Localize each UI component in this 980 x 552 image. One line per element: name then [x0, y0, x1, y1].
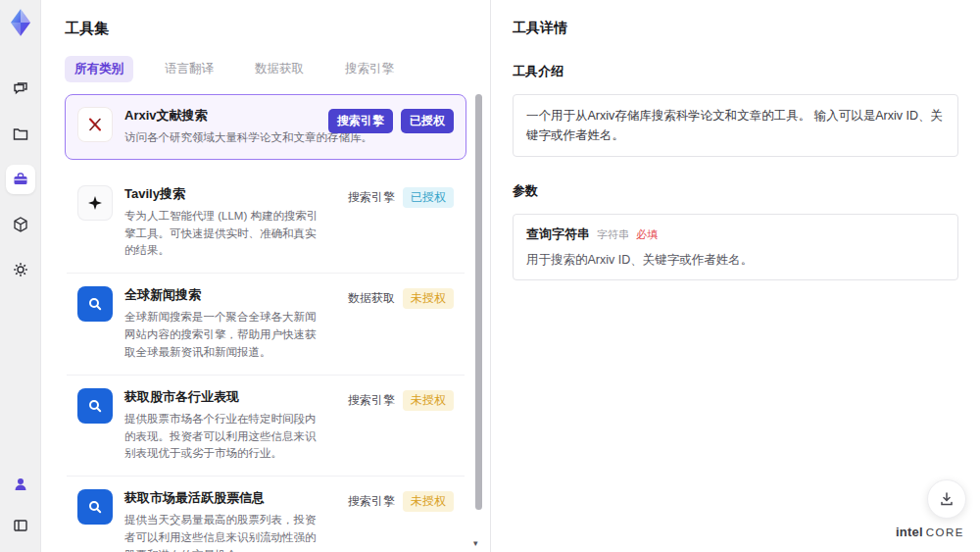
scrollbar: ▾ [475, 84, 482, 546]
star-icon [77, 185, 113, 221]
toolbox-icon[interactable] [6, 165, 35, 194]
arxiv-icon [77, 107, 113, 142]
intro-box: 一个用于从Arxiv存储库搜索科学论文和文章的工具。 输入可以是Arxiv ID… [513, 94, 958, 157]
param-box: 查询字符串 字符串 必填 用于搜索的Arxiv ID、关键字或作者姓名。 [513, 214, 958, 280]
category-tabs: 所有类别 语言翻译 数据获取 搜索引擎 [65, 56, 466, 82]
tool-card-global-news[interactable]: 全球新闻搜索 全球新闻搜索是一个聚合全球各大新闻网站内容的搜索引擎，帮助用户快速… [65, 274, 466, 374]
tab-data-fetch[interactable]: 数据获取 [245, 56, 314, 82]
tool-card-sector-performance[interactable]: 获取股市各行业表现 提供股票市场各个行业在特定时间段内的表现。投资者可以利用这些… [65, 376, 466, 476]
detail-panel: 工具详情 工具介绍 一个用于从Arxiv存储库搜索科学论文和文章的工具。 输入可… [490, 0, 980, 552]
panel-toggle-icon[interactable] [6, 511, 35, 540]
tool-name: Tavily搜索 [124, 185, 326, 203]
chat-icon[interactable] [6, 75, 35, 104]
folder-icon[interactable] [6, 120, 35, 149]
status-badge-unauthorized[interactable]: 未授权 [403, 491, 454, 512]
tab-search-engine[interactable]: 搜索引擎 [335, 56, 404, 82]
tool-description: 提供当天交易量最高的股票列表，投资者可以利用这些信息来识别流动性强的股票和潜在的… [124, 512, 326, 552]
search-blue-icon [77, 489, 113, 525]
download-button[interactable] [927, 479, 966, 519]
tab-all-categories[interactable]: 所有类别 [65, 56, 133, 82]
param-description: 用于搜索的Arxiv ID、关键字或作者姓名。 [526, 252, 945, 269]
intro-text: 一个用于从Arxiv存储库搜索科学论文和文章的工具。 输入可以是Arxiv ID… [526, 106, 945, 145]
tool-name: 全球新闻搜索 [124, 286, 326, 304]
category-button[interactable]: 搜索引擎 [328, 109, 393, 133]
tab-language-translation[interactable]: 语言翻译 [155, 56, 223, 82]
brand-intel: intel [896, 525, 923, 539]
package-icon[interactable] [6, 210, 35, 239]
tool-card-most-active-stocks[interactable]: 获取市场最活跃股票信息 提供当天交易量最高的股票列表，投资者可以利用这些信息来识… [65, 477, 466, 552]
status-badge-authorized[interactable]: 已授权 [403, 187, 454, 208]
status-badge-unauthorized[interactable]: 未授权 [403, 390, 454, 411]
intro-heading: 工具介绍 [513, 63, 958, 80]
param-name: 查询字符串 [526, 226, 590, 243]
tool-list: Arxiv文献搜索 访问各个研究领域大量科学论文和文章的存储库。 搜索引擎 已授… [65, 94, 466, 552]
tool-name: 获取市场最活跃股票信息 [124, 489, 326, 507]
tool-card-arxiv[interactable]: Arxiv文献搜索 访问各个研究领域大量科学论文和文章的存储库。 搜索引擎 已授… [65, 94, 466, 160]
tool-name: 获取股市各行业表现 [124, 388, 326, 406]
app-logo-icon [6, 8, 35, 37]
sidebar [0, 0, 41, 552]
gear-icon[interactable] [6, 255, 35, 284]
category-label: 搜索引擎 [348, 189, 395, 206]
status-button-authorized[interactable]: 已授权 [401, 109, 454, 133]
category-label: 搜索引擎 [348, 392, 395, 409]
tool-description: 专为人工智能代理 (LLM) 构建的搜索引擎工具。可快速提供实时、准确和真实的结… [124, 208, 326, 260]
params-heading: 参数 [513, 182, 958, 200]
param-type: 字符串 [597, 227, 629, 242]
intel-core-logo: intelCORE [896, 523, 964, 540]
download-icon [938, 490, 956, 508]
status-badge-unauthorized[interactable]: 未授权 [403, 288, 454, 309]
tools-panel: 工具集 所有类别 语言翻译 数据获取 搜索引擎 Arxiv文献搜索 访问各个研究… [41, 0, 490, 552]
search-blue-icon [77, 286, 113, 322]
detail-title: 工具详情 [513, 20, 958, 37]
tool-card-tavily[interactable]: Tavily搜索 专为人工智能代理 (LLM) 构建的搜索引擎工具。可快速提供实… [65, 173, 466, 273]
user-icon[interactable] [6, 470, 35, 499]
category-label: 数据获取 [348, 290, 395, 307]
scrollbar-thumb[interactable] [475, 94, 482, 510]
tool-description: 提供股票市场各个行业在特定时间段内的表现。投资者可以利用这些信息来识别表现优于或… [124, 411, 326, 463]
category-label: 搜索引擎 [348, 493, 395, 510]
search-blue-icon [77, 388, 113, 424]
page-title: 工具集 [65, 20, 466, 38]
param-required-badge: 必填 [636, 227, 658, 242]
brand-core: CORE [926, 527, 964, 538]
scroll-down-icon[interactable]: ▾ [473, 538, 478, 548]
tool-description: 全球新闻搜索是一个聚合全球各大新闻网站内容的搜索引擎，帮助用户快速获取全球最新资… [124, 309, 326, 361]
